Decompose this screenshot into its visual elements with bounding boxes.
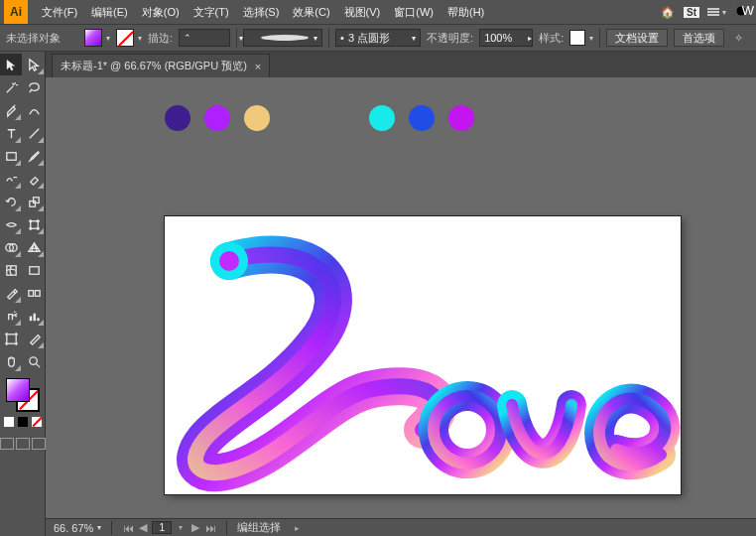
menu-type[interactable]: 文字(T) [188, 0, 235, 24]
menu-select[interactable]: 选择(S) [237, 0, 286, 24]
fill-proxy[interactable] [6, 378, 30, 402]
variable-width-profile[interactable]: ▾ [243, 29, 322, 47]
artboard-number-input[interactable] [152, 521, 172, 534]
tool-mesh[interactable] [0, 259, 22, 281]
swatch-dot[interactable] [204, 105, 230, 131]
menu-object[interactable]: 对象(O) [136, 0, 186, 24]
tool-zoom[interactable] [23, 350, 45, 372]
tool-width[interactable] [0, 213, 22, 235]
tool-curvature[interactable] [23, 99, 45, 121]
artboard-next[interactable]: ▶ [189, 521, 201, 534]
svg-point-27 [219, 251, 239, 271]
tool-magic-wand[interactable] [0, 76, 22, 98]
menu-bar: Ai 文件(F) 编辑(E) 对象(O) 文字(T) 选择(S) 效果(C) 视… [0, 0, 756, 24]
tool-eraser[interactable] [23, 168, 45, 190]
swatch-dot[interactable] [409, 105, 435, 131]
artboard-prev[interactable]: ◀ [137, 521, 149, 534]
menu-help[interactable]: 帮助(H) [441, 0, 490, 24]
svg-rect-6 [33, 197, 39, 202]
svg-rect-19 [33, 313, 35, 321]
workspace-switcher[interactable]: ▾ [707, 8, 726, 17]
tool-rectangle[interactable] [0, 145, 22, 167]
svg-point-22 [29, 356, 37, 364]
artboard-first[interactable]: ⏮ [122, 522, 134, 534]
tool-slice[interactable] [23, 328, 45, 349]
swatch-dot[interactable] [448, 105, 474, 131]
tool-symbol-sprayer[interactable] [0, 305, 22, 327]
zoom-field[interactable]: 66. 67% ▾ [54, 522, 101, 534]
tool-rotate[interactable] [0, 191, 22, 212]
tool-perspective-grid[interactable] [23, 236, 45, 258]
tool-column-graph[interactable] [23, 305, 45, 327]
brush-definition-label: 3 点圆形 [348, 31, 390, 46]
fill-stroke-control[interactable] [0, 378, 45, 450]
tool-scale[interactable] [23, 191, 45, 212]
artboard-number-caret[interactable]: ▾ [175, 523, 187, 532]
artboard-last[interactable]: ⏭ [204, 522, 216, 534]
graphic-style-swatch[interactable] [569, 30, 585, 46]
svg-rect-21 [6, 334, 15, 342]
tool-shaper[interactable] [0, 168, 22, 190]
tool-pen[interactable] [0, 99, 22, 121]
tool-selection[interactable] [0, 54, 22, 75]
graphic-style-caret[interactable]: ▾ [589, 34, 593, 43]
document-tab-title: 未标题-1* @ 66.67% (RGB/GPU 预览) [61, 59, 247, 73]
color-mode-gradient[interactable] [17, 416, 29, 428]
opacity-input[interactable] [484, 32, 524, 44]
selection-status-label: 编组选择 [237, 520, 281, 535]
opacity-field[interactable]: ▸ [479, 29, 533, 47]
stroke-swatch-caret[interactable]: ▾ [138, 34, 142, 43]
menu-window[interactable]: 窗口(W) [388, 0, 440, 24]
tool-shape-builder[interactable] [0, 236, 22, 258]
zoom-value: 66. 67% [54, 522, 93, 534]
stroke-label: 描边: [148, 31, 173, 46]
canvas-swatch-row [165, 105, 474, 131]
main-area: 未标题-1* @ 66.67% (RGB/GPU 预览) × [0, 52, 756, 536]
tool-artboard[interactable] [0, 328, 22, 349]
brush-definition[interactable]: • 3 点圆形▾ [335, 29, 421, 47]
tool-line-segment[interactable] [23, 122, 45, 144]
options-bar: 未选择对象 ▾ ▾ 描边: ⌃▾ ▾ • 3 点圆形▾ 不透明度: ▸ 样式: … [0, 24, 756, 52]
draw-mode-inside[interactable] [32, 438, 46, 450]
stroke-width-input[interactable] [195, 32, 235, 44]
tool-free-transform[interactable] [23, 213, 45, 235]
stroke-width-field[interactable]: ⌃▾ [179, 29, 230, 47]
document-setup-button[interactable]: 文档设置 [606, 29, 668, 47]
style-label: 样式: [539, 31, 564, 46]
tool-hand[interactable] [0, 350, 22, 372]
tool-eyedropper[interactable] [0, 282, 22, 304]
draw-mode-behind[interactable] [16, 438, 30, 450]
swatch-dot[interactable] [244, 105, 270, 131]
swatch-dot[interactable] [165, 105, 190, 131]
selection-status-caret[interactable]: ▸ [291, 523, 303, 533]
tool-gradient[interactable] [23, 259, 45, 281]
artboard[interactable] [165, 216, 681, 494]
menu-view[interactable]: 视图(V) [338, 0, 387, 24]
preferences-button[interactable]: 首选项 [674, 29, 724, 47]
color-mode-none[interactable] [31, 416, 43, 428]
panel-toggle-icon[interactable]: ✧ [730, 32, 747, 45]
draw-mode-normal[interactable] [0, 438, 14, 450]
home-icon[interactable]: 🏠 [660, 4, 676, 20]
menu-file[interactable]: 文件(F) [36, 0, 83, 24]
document-tab[interactable]: 未标题-1* @ 66.67% (RGB/GPU 预览) × [52, 54, 270, 77]
tool-lasso[interactable] [23, 76, 45, 98]
svg-rect-16 [28, 290, 33, 296]
stroke-swatch[interactable] [116, 29, 134, 47]
document-tab-close[interactable]: × [255, 61, 261, 72]
tool-direct-selection[interactable] [23, 54, 45, 75]
menu-edit[interactable]: 编辑(E) [85, 0, 134, 24]
tool-type[interactable] [0, 122, 22, 144]
tool-paintbrush[interactable] [23, 145, 45, 167]
svg-point-2 [261, 35, 309, 41]
svg-rect-18 [29, 316, 31, 321]
document-tabstrip: 未标题-1* @ 66.67% (RGB/GPU 预览) × [46, 52, 756, 77]
fill-swatch[interactable] [84, 29, 102, 47]
swatch-dot[interactable] [369, 105, 395, 131]
menu-effect[interactable]: 效果(C) [287, 0, 335, 24]
fill-swatch-caret[interactable]: ▾ [106, 34, 110, 43]
stock-badge[interactable]: St [684, 7, 699, 18]
color-mode-solid[interactable] [3, 416, 15, 428]
canvas[interactable] [46, 77, 756, 518]
tool-blend[interactable] [23, 282, 45, 304]
